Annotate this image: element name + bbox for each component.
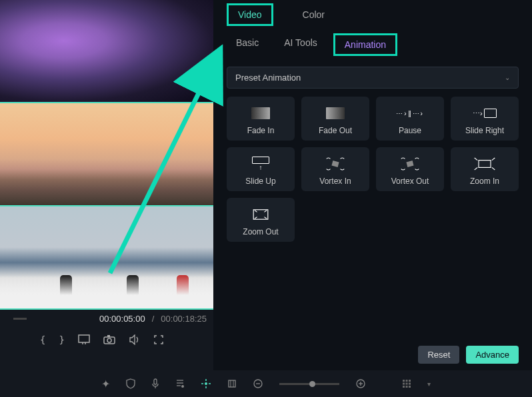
svg-rect-29: [406, 380, 408, 382]
preset-zoom-in[interactable]: Zoom In: [451, 147, 519, 191]
svg-rect-34: [403, 386, 405, 388]
fullscreen-icon[interactable]: [154, 335, 163, 344]
music-icon[interactable]: [175, 379, 185, 388]
svg-point-14: [181, 385, 184, 388]
svg-rect-36: [409, 386, 411, 388]
preset-fade-out[interactable]: Fade Out: [301, 97, 369, 141]
subtab-basic[interactable]: Basic: [227, 33, 268, 56]
preset-fade-in[interactable]: Fade In: [227, 97, 295, 141]
dropdown-caret-icon[interactable]: ▾: [427, 380, 431, 388]
zoom-out-icon[interactable]: [253, 378, 263, 389]
mic-icon[interactable]: [151, 378, 159, 389]
svg-rect-8: [479, 161, 491, 168]
svg-rect-30: [409, 380, 411, 382]
time-current: 00:00:05:00: [99, 314, 145, 324]
svg-rect-5: [107, 335, 110, 337]
clip-thumbnail[interactable]: [0, 206, 213, 310]
time-display: 00:00:05:00 / 00:00:18:25: [0, 310, 213, 328]
svg-rect-0: [79, 335, 89, 342]
grid-view-icon[interactable]: [402, 379, 411, 388]
shield-icon[interactable]: [126, 378, 135, 389]
preset-pause[interactable]: ⋯›‖⋯› Pause: [376, 97, 444, 141]
preset-zoom-out[interactable]: Zoom Out: [227, 198, 295, 242]
svg-point-15: [205, 382, 207, 385]
preset-slide-right[interactable]: ⋯› Slide Right: [451, 97, 519, 141]
crop-icon[interactable]: [227, 379, 237, 388]
tab-color[interactable]: Color: [293, 5, 334, 24]
svg-rect-10: [154, 379, 157, 384]
svg-point-4: [107, 338, 111, 342]
volume-icon[interactable]: [129, 334, 141, 345]
svg-rect-28: [403, 380, 405, 382]
svg-rect-20: [229, 380, 235, 387]
preset-vortex-out[interactable]: Vortex Out: [376, 147, 444, 191]
svg-rect-35: [406, 386, 408, 388]
svg-rect-7: [406, 161, 413, 167]
svg-rect-6: [331, 161, 339, 167]
advance-button[interactable]: Advance: [466, 346, 519, 364]
preset-animation-dropdown[interactable]: Preset Animation ⌄: [227, 67, 519, 89]
tab-video[interactable]: Video: [227, 3, 273, 26]
svg-rect-32: [406, 383, 408, 385]
zoom-in-icon[interactable]: [355, 378, 366, 389]
display-icon[interactable]: [78, 334, 90, 345]
subtab-animation[interactable]: Animation: [333, 33, 397, 56]
zoom-slider[interactable]: [279, 383, 339, 385]
reset-button[interactable]: Reset: [418, 346, 459, 364]
preset-vortex-in[interactable]: Vortex In: [301, 147, 369, 191]
svg-rect-33: [409, 383, 411, 385]
mark-in-icon[interactable]: {: [40, 334, 45, 345]
svg-rect-31: [403, 383, 405, 385]
chevron-down-icon: ⌄: [505, 74, 510, 81]
camera-icon[interactable]: [103, 335, 115, 344]
clip-thumbnail[interactable]: [0, 103, 213, 206]
preview-area[interactable]: [0, 0, 213, 310]
dropdown-label: Preset Animation: [235, 73, 301, 83]
time-total: 00:00:18:25: [161, 314, 207, 324]
subtab-aitools[interactable]: AI Tools: [275, 33, 327, 56]
bottom-toolbar: ✦ ▾: [0, 370, 532, 397]
sparkle-icon[interactable]: ✦: [101, 378, 110, 390]
mark-out-icon[interactable]: }: [59, 334, 64, 345]
clip-thumbnail[interactable]: [0, 0, 213, 103]
preset-slide-up[interactable]: ↑ Slide Up: [227, 147, 295, 191]
effects-icon[interactable]: [201, 378, 211, 389]
